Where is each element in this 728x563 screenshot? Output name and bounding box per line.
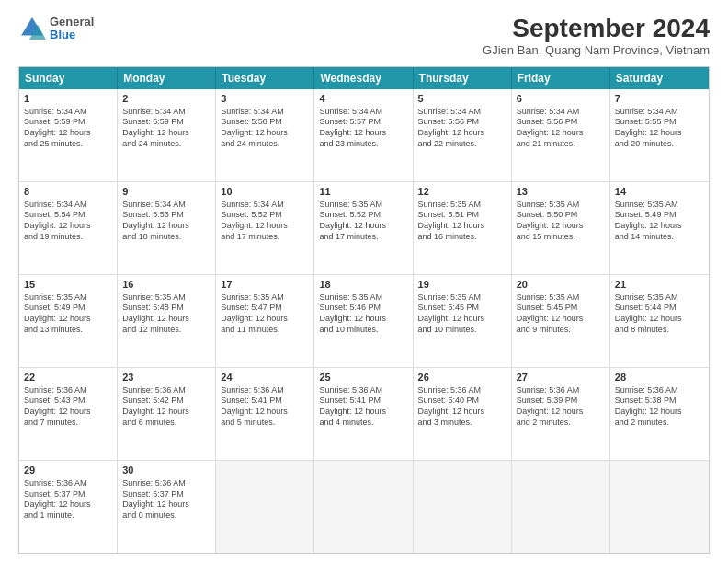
day-info: Sunrise: 5:34 AM Sunset: 5:59 PM Dayligh…	[24, 107, 112, 150]
day-number: 10	[221, 185, 309, 199]
table-row: 3Sunrise: 5:34 AM Sunset: 5:58 PM Daylig…	[216, 89, 314, 181]
day-number: 27	[517, 371, 605, 385]
day-number: 4	[319, 92, 407, 106]
day-number: 7	[615, 92, 704, 106]
day-info: Sunrise: 5:34 AM Sunset: 5:55 PM Dayligh…	[615, 107, 704, 150]
table-row: 29Sunrise: 5:36 AM Sunset: 5:37 PM Dayli…	[19, 461, 118, 553]
table-row: 15Sunrise: 5:35 AM Sunset: 5:49 PM Dayli…	[19, 275, 118, 367]
day-number: 9	[122, 185, 210, 199]
table-row	[314, 461, 413, 553]
page-subtitle: GJien Ban, Quang Nam Province, Vietnam	[483, 43, 710, 57]
day-number: 28	[615, 371, 704, 385]
header-sunday: Sunday	[19, 67, 118, 89]
calendar-body: 1Sunrise: 5:34 AM Sunset: 5:59 PM Daylig…	[19, 89, 709, 553]
day-info: Sunrise: 5:34 AM Sunset: 5:56 PM Dayligh…	[517, 107, 605, 150]
day-info: Sunrise: 5:34 AM Sunset: 5:52 PM Dayligh…	[221, 200, 309, 243]
table-row: 16Sunrise: 5:35 AM Sunset: 5:48 PM Dayli…	[118, 275, 216, 367]
week-row-3: 22Sunrise: 5:36 AM Sunset: 5:43 PM Dayli…	[19, 367, 709, 460]
day-info: Sunrise: 5:35 AM Sunset: 5:52 PM Dayligh…	[319, 200, 407, 243]
table-row: 6Sunrise: 5:34 AM Sunset: 5:56 PM Daylig…	[512, 89, 610, 181]
day-number: 21	[615, 278, 704, 292]
day-number: 23	[122, 371, 210, 385]
day-number: 5	[418, 92, 506, 106]
day-number: 29	[24, 464, 112, 477]
logo-blue: Blue	[50, 29, 94, 41]
day-info: Sunrise: 5:36 AM Sunset: 5:37 PM Dayligh…	[122, 478, 210, 522]
page: General Blue September 2024 GJien Ban, Q…	[0, 0, 728, 563]
day-info: Sunrise: 5:34 AM Sunset: 5:57 PM Dayligh…	[319, 107, 407, 150]
table-row: 27Sunrise: 5:36 AM Sunset: 5:39 PM Dayli…	[512, 368, 610, 460]
page-title: September 2024	[483, 15, 710, 43]
header-wednesday: Wednesday	[314, 67, 413, 89]
table-row: 11Sunrise: 5:35 AM Sunset: 5:52 PM Dayli…	[314, 182, 413, 274]
table-row: 21Sunrise: 5:35 AM Sunset: 5:44 PM Dayli…	[610, 275, 709, 367]
table-row: 1Sunrise: 5:34 AM Sunset: 5:59 PM Daylig…	[19, 89, 118, 181]
day-info: Sunrise: 5:34 AM Sunset: 5:53 PM Dayligh…	[122, 200, 210, 243]
calendar: Sunday Monday Tuesday Wednesday Thursday…	[18, 66, 710, 554]
table-row: 7Sunrise: 5:34 AM Sunset: 5:55 PM Daylig…	[610, 89, 709, 181]
day-number: 14	[615, 185, 704, 199]
table-row: 14Sunrise: 5:35 AM Sunset: 5:49 PM Dayli…	[610, 182, 709, 274]
day-info: Sunrise: 5:36 AM Sunset: 5:42 PM Dayligh…	[122, 385, 210, 429]
day-info: Sunrise: 5:36 AM Sunset: 5:43 PM Dayligh…	[24, 385, 112, 429]
day-number: 13	[517, 185, 605, 199]
logo-text: General Blue	[50, 16, 94, 42]
day-number: 25	[319, 371, 407, 385]
day-info: Sunrise: 5:34 AM Sunset: 5:56 PM Dayligh…	[418, 107, 506, 150]
day-number: 3	[221, 92, 309, 106]
day-number: 8	[24, 185, 112, 199]
table-row: 10Sunrise: 5:34 AM Sunset: 5:52 PM Dayli…	[216, 182, 314, 274]
day-number: 1	[24, 92, 112, 106]
day-number: 16	[122, 278, 210, 292]
day-info: Sunrise: 5:35 AM Sunset: 5:47 PM Dayligh…	[221, 293, 309, 336]
day-info: Sunrise: 5:35 AM Sunset: 5:48 PM Dayligh…	[122, 293, 210, 336]
table-row: 24Sunrise: 5:36 AM Sunset: 5:41 PM Dayli…	[216, 368, 314, 460]
day-number: 12	[418, 185, 506, 199]
day-info: Sunrise: 5:35 AM Sunset: 5:44 PM Dayligh…	[615, 293, 704, 336]
day-info: Sunrise: 5:35 AM Sunset: 5:49 PM Dayligh…	[615, 200, 704, 243]
calendar-header: Sunday Monday Tuesday Wednesday Thursday…	[19, 67, 709, 89]
day-number: 17	[221, 278, 309, 292]
day-info: Sunrise: 5:36 AM Sunset: 5:39 PM Dayligh…	[517, 385, 605, 429]
day-info: Sunrise: 5:36 AM Sunset: 5:38 PM Dayligh…	[615, 385, 704, 429]
day-number: 26	[418, 371, 506, 385]
day-number: 19	[418, 278, 506, 292]
table-row: 18Sunrise: 5:35 AM Sunset: 5:46 PM Dayli…	[314, 275, 413, 367]
day-number: 15	[24, 278, 112, 292]
day-info: Sunrise: 5:35 AM Sunset: 5:45 PM Dayligh…	[418, 293, 506, 336]
table-row	[216, 461, 314, 553]
day-info: Sunrise: 5:34 AM Sunset: 5:58 PM Dayligh…	[221, 107, 309, 150]
day-info: Sunrise: 5:36 AM Sunset: 5:41 PM Dayligh…	[319, 385, 407, 429]
table-row: 25Sunrise: 5:36 AM Sunset: 5:41 PM Dayli…	[314, 368, 413, 460]
title-block: September 2024 GJien Ban, Quang Nam Prov…	[483, 15, 710, 57]
day-info: Sunrise: 5:35 AM Sunset: 5:51 PM Dayligh…	[418, 200, 506, 243]
table-row: 19Sunrise: 5:35 AM Sunset: 5:45 PM Dayli…	[414, 275, 512, 367]
logo-general: General	[50, 16, 94, 29]
day-info: Sunrise: 5:36 AM Sunset: 5:37 PM Dayligh…	[24, 478, 112, 522]
week-row-0: 1Sunrise: 5:34 AM Sunset: 5:59 PM Daylig…	[19, 89, 709, 181]
table-row	[414, 461, 512, 553]
table-row	[610, 461, 709, 553]
day-number: 30	[122, 464, 210, 477]
table-row: 5Sunrise: 5:34 AM Sunset: 5:56 PM Daylig…	[414, 89, 512, 181]
day-number: 2	[122, 92, 210, 106]
header-friday: Friday	[512, 67, 610, 89]
logo: General Blue	[18, 15, 94, 42]
table-row: 8Sunrise: 5:34 AM Sunset: 5:54 PM Daylig…	[19, 182, 118, 274]
day-number: 11	[319, 185, 407, 199]
table-row: 9Sunrise: 5:34 AM Sunset: 5:53 PM Daylig…	[118, 182, 216, 274]
table-row: 23Sunrise: 5:36 AM Sunset: 5:42 PM Dayli…	[118, 368, 216, 460]
day-info: Sunrise: 5:34 AM Sunset: 5:54 PM Dayligh…	[24, 200, 112, 243]
table-row: 2Sunrise: 5:34 AM Sunset: 5:59 PM Daylig…	[118, 89, 216, 181]
table-row: 17Sunrise: 5:35 AM Sunset: 5:47 PM Dayli…	[216, 275, 314, 367]
day-info: Sunrise: 5:35 AM Sunset: 5:50 PM Dayligh…	[517, 200, 605, 243]
week-row-1: 8Sunrise: 5:34 AM Sunset: 5:54 PM Daylig…	[19, 181, 709, 274]
header-monday: Monday	[118, 67, 216, 89]
day-info: Sunrise: 5:36 AM Sunset: 5:40 PM Dayligh…	[418, 385, 506, 429]
table-row	[512, 461, 610, 553]
table-row: 20Sunrise: 5:35 AM Sunset: 5:45 PM Dayli…	[512, 275, 610, 367]
logo-icon	[18, 15, 46, 42]
header: General Blue September 2024 GJien Ban, Q…	[18, 15, 710, 57]
day-info: Sunrise: 5:35 AM Sunset: 5:46 PM Dayligh…	[319, 293, 407, 336]
day-number: 6	[517, 92, 605, 106]
